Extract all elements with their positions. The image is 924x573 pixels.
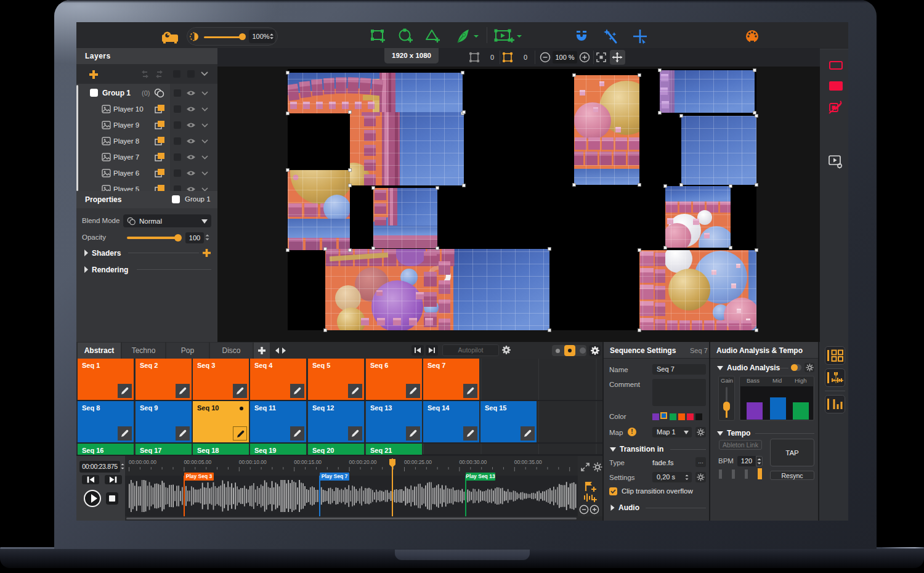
- svg-text:00:00:30.00: 00:00:30.00: [459, 459, 487, 465]
- svg-text:00:00:20.00: 00:00:20.00: [349, 459, 377, 465]
- svg-text:00:00:05.00: 00:00:05.00: [184, 459, 211, 465]
- svg-text:00:00:00.00: 00:00:00.00: [129, 459, 156, 465]
- svg-text:00:00:35.00: 00:00:35.00: [514, 459, 542, 465]
- svg-text:00:00:25.00: 00:00:25.00: [404, 459, 432, 465]
- svg-text:00:00:15.00: 00:00:15.00: [294, 459, 322, 465]
- svg-text:00:00:10.00: 00:00:10.00: [239, 459, 267, 465]
